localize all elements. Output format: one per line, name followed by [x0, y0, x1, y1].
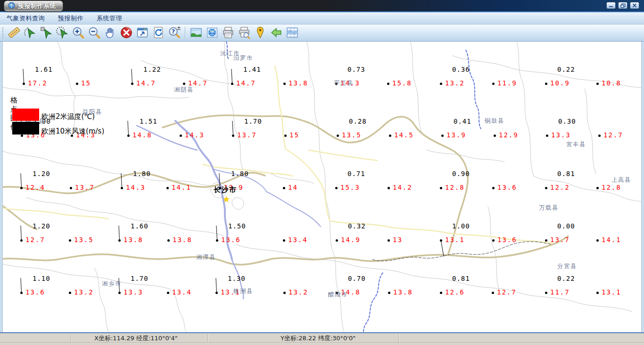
station-temperature: 13.5	[74, 236, 94, 244]
station-wind-speed: 1.80	[133, 170, 151, 178]
zoom-out-button[interactable]	[86, 26, 102, 40]
station-dot	[440, 187, 442, 189]
station-dot	[440, 292, 442, 294]
station-dot	[216, 239, 218, 242]
full-extent-button[interactable]	[134, 26, 150, 40]
menu-forecast-production[interactable]: 预报制作	[58, 14, 83, 23]
station-temperature: 14.3	[185, 131, 205, 139]
station-dot	[492, 187, 495, 189]
station-dot	[232, 135, 234, 137]
export-image-button[interactable]	[188, 26, 204, 40]
station-temperature: 12.2	[550, 184, 570, 192]
pan-hand-icon	[104, 26, 117, 41]
station-dot	[492, 239, 495, 242]
select-arc-cursor-icon	[24, 26, 37, 41]
place-label: 湘阴县	[174, 86, 194, 94]
station-temperature: 13.6	[497, 184, 517, 192]
menu-bar: 气象资料查询预报制作系统管理	[0, 12, 644, 25]
station-temperature: 13.7	[75, 184, 95, 192]
menu-system-management[interactable]: 系统管理	[97, 14, 122, 23]
station-dot	[388, 239, 390, 242]
station-temperature: 13	[393, 236, 403, 244]
station-dot	[596, 83, 599, 85]
refresh-button[interactable]	[150, 26, 166, 40]
station-dot	[545, 292, 547, 294]
station-wind-speed: 0.36	[452, 66, 470, 74]
pan-hand-button[interactable]	[102, 26, 118, 40]
map-tiles-button[interactable]	[284, 26, 300, 40]
map-frame-left	[0, 42, 3, 332]
identify-button[interactable]: ?±	[166, 26, 182, 40]
station-dot	[118, 292, 121, 294]
station-temperature: 13.2	[289, 288, 308, 296]
station-temperature: 13.4	[172, 288, 192, 296]
map-canvas	[0, 42, 644, 332]
window-controls	[606, 2, 639, 9]
print-button[interactable]	[220, 26, 236, 40]
station-temperature: 14.8	[132, 131, 152, 139]
station-temperature: 13.3	[124, 288, 143, 296]
station-wind-speed: 0.32	[348, 222, 366, 230]
menu-weather-data-query[interactable]: 气象资料查询	[7, 14, 45, 23]
station-temperature: 13.5	[342, 131, 362, 139]
station-wind-speed: 0.73	[347, 66, 365, 74]
station-dot	[440, 83, 442, 85]
station-temperature: 10.8	[602, 79, 621, 87]
select-box-cursor-button[interactable]	[38, 26, 54, 40]
station-wind-speed: 1.20	[33, 222, 50, 230]
station-dot	[20, 187, 23, 189]
station-wind-speed: 0.70	[348, 275, 366, 283]
station-temperature: 12.4	[25, 184, 45, 192]
zoom-in-icon	[72, 26, 85, 41]
station-wind-speed: 1.00	[452, 222, 470, 230]
station-dot	[492, 292, 494, 294]
status-bar: X坐标:114.29 经度:110°0'4" Y坐标:28.22 纬度:30°0…	[0, 332, 644, 345]
station-temperature: 12.6	[445, 288, 465, 296]
station-temperature: 14.3	[126, 184, 146, 192]
place-label: 铜鼓县	[485, 117, 504, 125]
app-window: 预报制作系统 气象资料查询预报制作系统管理 ?±	[0, 0, 644, 345]
station-temperature: 17.2	[28, 79, 48, 87]
back-button[interactable]	[268, 26, 284, 40]
station-temperature: 13.2	[445, 79, 465, 87]
station-dot	[598, 135, 601, 137]
print-preview-button[interactable]	[236, 26, 252, 40]
placemark-button[interactable]	[252, 26, 268, 40]
minimize-button[interactable]	[606, 2, 616, 9]
close-button[interactable]	[630, 2, 639, 9]
app-title-tab[interactable]: 预报制作系统	[4, 0, 63, 12]
minimize-icon	[609, 3, 613, 8]
placemark-icon	[254, 26, 267, 41]
stop-button[interactable]	[118, 26, 134, 40]
station-temperature: 13.8	[393, 288, 413, 296]
select-circle-cursor-button[interactable]	[54, 26, 70, 40]
station-temperature: 10.9	[550, 79, 570, 87]
station-temperature: 13.8	[124, 236, 143, 244]
station-temperature: 13.7	[237, 131, 257, 139]
station-dot	[545, 83, 547, 85]
city-label: 长沙市	[214, 185, 237, 194]
title-bar: 预报制作系统	[0, 0, 644, 12]
zoom-in-button[interactable]	[70, 26, 86, 40]
stop-icon	[120, 26, 133, 41]
station-temperature: 14.5	[394, 131, 414, 139]
select-box-cursor-icon	[40, 26, 53, 41]
station-wind-speed: 0.28	[349, 118, 367, 126]
station-dot	[388, 187, 390, 189]
station-dot	[167, 239, 170, 242]
station-temperature: 12.8	[602, 184, 621, 192]
station-temperature: 12.7	[25, 236, 45, 244]
station-temperature: 13.8	[173, 236, 192, 244]
station-dot	[545, 187, 547, 189]
select-arc-cursor-button[interactable]	[22, 26, 38, 40]
station-temperature: 13.6	[497, 236, 517, 244]
place-label: 分宜县	[557, 262, 577, 270]
station-wind-speed: 1.50	[228, 222, 246, 230]
restore-button[interactable]	[618, 2, 627, 9]
legend-wind-swatch	[12, 122, 39, 135]
station-dot	[69, 292, 71, 294]
map-viewport[interactable]: 17.21.611514.71.2214.714.71.4113.814.30.…	[0, 42, 644, 332]
ruler-button[interactable]	[6, 26, 22, 40]
globe-button[interactable]	[204, 26, 220, 40]
toolbar-grip[interactable]	[2, 27, 4, 39]
